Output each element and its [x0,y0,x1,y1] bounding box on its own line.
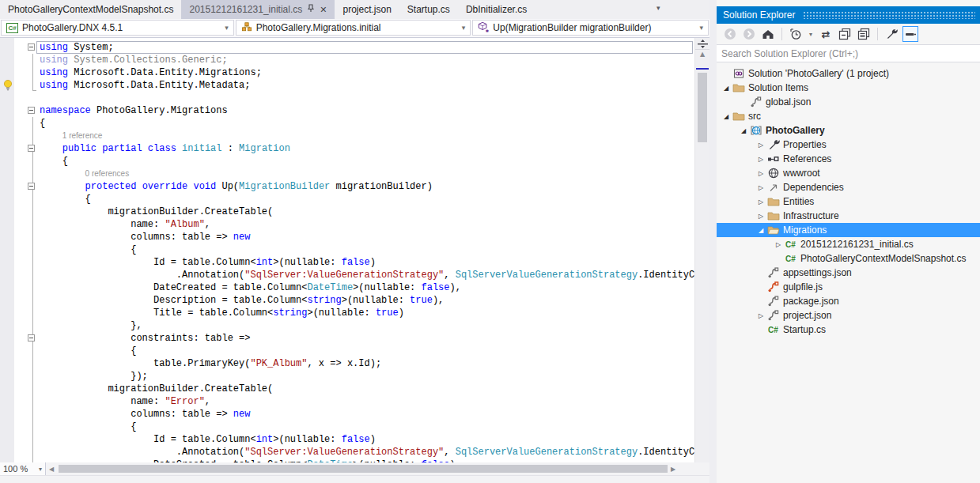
properties-button[interactable] [884,26,899,42]
member-dropdown-label: Up(MigrationBuilder migrationBuilder) [493,22,651,33]
code-line: Id = table.Column<int>(nullable: false) [0,433,694,446]
solution-explorer-titlebar[interactable]: Solution Explorer [717,6,980,24]
tab-label: PhotoGalleryContextModelSnapshot.cs [8,4,173,15]
fold-toggle[interactable] [28,145,35,152]
tree-item-label: References [783,153,831,164]
tree-item-label: PhotoGallery [766,125,825,136]
tree-item-label: Infrastructure [783,210,839,221]
collapse-all-button[interactable] [837,26,853,42]
scroll-left-arrow[interactable]: ◀ [46,466,57,473]
code-line: columns: table => new [0,231,694,243]
search-input[interactable] [717,45,980,62]
folder-icon [767,209,781,222]
code-line: }, [0,319,694,332]
chevron-collapsed-icon[interactable]: ▷ [755,184,767,191]
zoom-dropdown[interactable]: 100 % ▾ [0,462,46,475]
chevron-collapsed-icon[interactable]: ▷ [755,213,767,220]
globe-icon [767,167,781,179]
tree-item[interactable]: ▷Properties [717,138,980,152]
pin-icon[interactable] [307,4,315,15]
fold-toggle[interactable] [28,107,35,114]
csharp-project-icon: C# [6,23,18,33]
show-all-files-button[interactable] [856,26,872,42]
tree-item[interactable]: ▷Dependencies [717,180,980,194]
project-dropdown[interactable]: C# PhotoGallery.DNX 4.5.1 ▾ [1,20,234,36]
scroll-up-arrow[interactable]: ▲ [695,50,709,59]
tree-item[interactable]: package.json [717,294,980,308]
horizontal-scrollbar[interactable]: 100 % ▾ ◀ ▶ [0,462,709,475]
editor-tab[interactable]: Startup.cs [399,0,458,19]
chevron-down-icon: ▾ [462,24,466,32]
type-dropdown[interactable]: PhotoGallery.Migrations.initial ▾ [236,20,471,36]
chevron-collapsed-icon[interactable]: ▷ [755,142,767,149]
tree-item[interactable]: ◢src [717,109,980,123]
tree-item[interactable]: ▷wwwroot [717,166,980,180]
svg-text:C#: C# [785,255,796,263]
tab-overflow-icon[interactable]: ▾ [656,4,660,12]
filter-chevron-down-icon[interactable]: ▾ [807,26,815,42]
tree-item[interactable]: appsettings.json [717,266,980,280]
vertical-scroll-thumb[interactable] [698,73,707,142]
tree-item[interactable]: ◢Migrations [717,223,980,237]
tree-item[interactable]: ▷References [717,152,980,166]
vertical-scrollbar[interactable]: ▲ [694,38,709,462]
tree-item-label: gulpfile.js [783,281,823,292]
sync-with-active-document-button[interactable]: ⇄ [818,26,834,42]
chevron-expanded-icon[interactable]: ◢ [755,227,767,234]
pending-changes-filter-button[interactable] [788,26,804,42]
close-icon[interactable]: ✕ [320,6,327,14]
codelens-indicator[interactable]: 1 reference [0,130,694,142]
tree-item-label: appsettings.json [783,267,852,278]
js-icon [767,281,781,293]
tree-item[interactable]: ◢Solution Items [717,81,980,95]
tree-item[interactable]: global.json [717,95,980,109]
code-line [0,92,694,104]
tree-item[interactable]: C#Startup.cs [717,323,980,337]
code-area: using System;using System.Collections.Ge… [0,41,694,462]
chevron-expanded-icon[interactable]: ◢ [737,127,750,134]
editor-tab[interactable]: 20151212161231_initial.cs✕ [181,0,335,19]
chevron-expanded-icon[interactable]: ◢ [720,85,732,92]
chevron-expanded-icon[interactable]: ◢ [720,113,732,120]
tree-item-label: Properties [783,139,827,150]
fold-toggle[interactable] [28,183,35,190]
nav-forward-button[interactable] [741,26,757,42]
codelens-indicator[interactable]: 0 references [0,168,694,180]
tree-item[interactable]: ▷project.json [717,308,980,323]
code-line: DateCreated = table.Column<DateTime>(nul… [0,281,694,294]
editor-tab[interactable]: PhotoGalleryContextModelSnapshot.cs [0,0,181,19]
scroll-right-arrow[interactable]: ▶ [668,466,679,473]
tree-item[interactable]: ▷Entities [717,194,980,209]
tree-item[interactable]: ▷C#20151212161231_initial.cs [717,237,980,251]
folder-icon [732,81,747,94]
editor-tab[interactable]: project.json [335,0,399,19]
chevron-collapsed-icon[interactable]: ▷ [755,312,767,319]
chevron-collapsed-icon[interactable]: ▷ [772,241,785,248]
solution-tree: Solution 'PhotoGallery' (1 project)◢Solu… [717,62,980,337]
project-icon [750,124,764,137]
code-line: using Microsoft.Data.Entity.Migrations; [0,66,694,79]
chevron-collapsed-icon[interactable]: ▷ [755,156,767,163]
tree-item[interactable]: ▷Infrastructure [717,209,980,223]
editor-group: PhotoGalleryContextModelSnapshot.cs20151… [0,0,709,483]
horizontal-scroll-thumb[interactable] [59,465,668,473]
fold-toggle[interactable] [28,43,35,51]
tree-item[interactable]: C#PhotoGalleryContextModelSnapshot.cs [717,251,980,266]
tree-item[interactable]: ◢PhotoGallery [717,123,980,138]
tree-item[interactable]: gulpfile.js [717,280,980,294]
splitter-handle[interactable] [695,38,709,50]
fold-toggle[interactable] [28,334,35,341]
member-dropdown[interactable]: ✱ Up(MigrationBuilder migrationBuilder) … [472,20,709,36]
drag-grip-dots [803,11,975,19]
home-button[interactable] [760,26,776,42]
nav-back-button[interactable] [722,26,738,42]
navigation-bar: C# PhotoGallery.DNX 4.5.1 ▾ PhotoGallery… [0,19,709,38]
preview-selected-items-toggle[interactable] [902,26,918,42]
code-editor[interactable]: using System;using System.Collections.Ge… [0,38,709,462]
editor-tab[interactable]: DbInitializer.cs [458,0,535,19]
code-line: { [0,117,694,130]
tab-label: Startup.cs [407,4,450,15]
chevron-collapsed-icon[interactable]: ▷ [755,198,767,206]
chevron-collapsed-icon[interactable]: ▷ [755,170,767,177]
tree-item[interactable]: Solution 'PhotoGallery' (1 project) [717,66,980,81]
